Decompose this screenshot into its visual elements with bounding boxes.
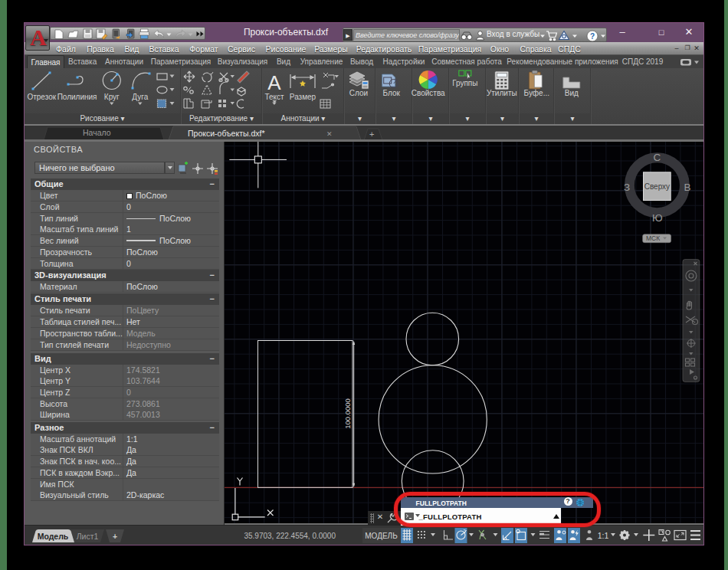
svg-text:Лист1: Лист1 (77, 532, 99, 541)
svg-text:Слои: Слои (349, 89, 368, 97)
svg-text:35.9703, 222.4554, 0.0000: 35.9703, 222.4554, 0.0000 (244, 532, 336, 540)
svg-text:Ю: Ю (652, 212, 663, 224)
svg-text:A: A (267, 71, 281, 94)
svg-text:Модель: Модель (38, 532, 69, 541)
svg-text:Утилиты: Утилиты (487, 89, 517, 97)
svg-text:+: + (113, 532, 117, 541)
svg-text:100.0000: 100.0000 (343, 398, 352, 429)
svg-text:Начало: Начало (83, 128, 111, 137)
svg-text:Прокси-объекты.dxf*: Прокси-объекты.dxf* (188, 128, 265, 137)
svg-text:Сверху: Сверху (644, 182, 670, 191)
svg-text:Текст: Текст (264, 93, 284, 101)
svg-text:Дуга: Дуга (132, 93, 148, 101)
svg-text:1:1: 1:1 (598, 531, 609, 540)
svg-text:В: В (684, 182, 690, 193)
svg-text:Группы: Группы (452, 79, 477, 87)
svg-text:Полилиния: Полилиния (57, 93, 97, 101)
svg-text:Вид: Вид (565, 89, 579, 97)
svg-text:Блок: Блок (383, 89, 401, 97)
svg-text:Буфе...: Буфе... (524, 89, 549, 97)
svg-text:МСК: МСК (646, 234, 660, 242)
svg-text:✕: ✕ (326, 129, 333, 137)
svg-text:МОДЕЛЬ: МОДЕЛЬ (365, 532, 398, 540)
svg-text:Круг: Круг (104, 93, 120, 101)
svg-text:Свойства: Свойства (412, 89, 445, 97)
svg-text:З: З (624, 182, 630, 193)
svg-text:?: ? (590, 32, 595, 41)
svg-text:С: С (654, 152, 661, 163)
svg-text:Размер: Размер (290, 93, 316, 101)
svg-text:Отрезок: Отрезок (27, 93, 56, 101)
svg-text:+: + (369, 129, 374, 138)
